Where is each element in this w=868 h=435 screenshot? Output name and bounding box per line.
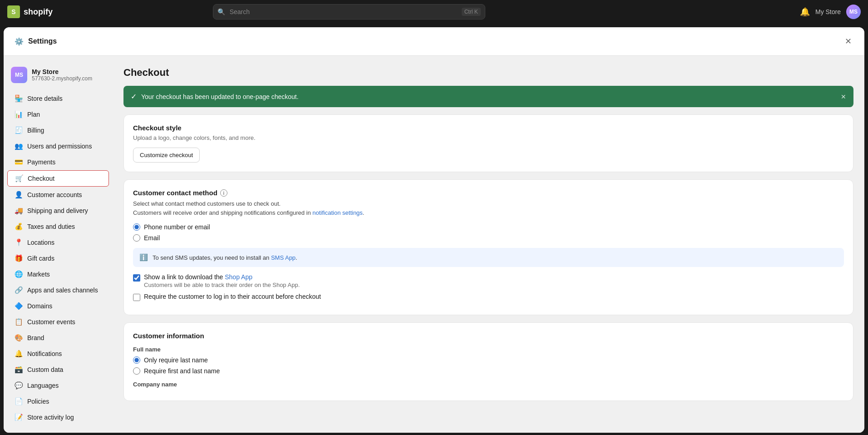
sidebar-item-customer-accounts[interactable]: 👤 Customer accounts xyxy=(7,187,109,203)
settings-title: Settings xyxy=(28,37,57,45)
close-button[interactable]: ✕ xyxy=(843,35,853,48)
sidebar-item-store-activity-log[interactable]: 📝 Store activity log xyxy=(7,410,109,425)
main-content: Checkout ✓ Your checkout has been update… xyxy=(113,56,864,433)
gear-icon: ⚙️ xyxy=(15,37,24,46)
only-last-name-option[interactable]: Only require last name xyxy=(133,356,844,364)
plan-icon: 📊 xyxy=(15,110,23,119)
settings-sidebar: MS My Store 577630-2.myshopify.com 🏪 Sto… xyxy=(4,56,113,433)
email-option[interactable]: Email xyxy=(133,234,844,242)
billing-icon: 🧾 xyxy=(15,126,23,134)
info-box-icon: ℹ️ xyxy=(139,253,148,262)
apps-icon: 🔗 xyxy=(15,286,23,294)
phone-or-email-option[interactable]: Phone number or email xyxy=(133,223,844,231)
sidebar-item-plan[interactable]: 📊 Plan xyxy=(7,107,109,122)
custom-data-icon: 🗃️ xyxy=(15,366,23,374)
sidebar-item-notifications[interactable]: 🔔 Notifications xyxy=(7,346,109,361)
customer-information-card: Customer information Full name Only requ… xyxy=(123,322,853,401)
sidebar-item-policies[interactable]: 📄 Policies xyxy=(7,394,109,409)
full-name-radio-group: Only require last name Require first and… xyxy=(133,356,844,375)
sidebar-item-brand[interactable]: 🎨 Brand xyxy=(7,330,109,346)
sidebar-item-taxes-and-duties[interactable]: 💰 Taxes and duties xyxy=(7,219,109,234)
shopify-wordmark: shopify xyxy=(24,7,53,17)
sidebar-item-payments[interactable]: 💳 Payments xyxy=(7,154,109,170)
customer-accounts-icon: 👤 xyxy=(15,191,23,199)
customer-contact-card: Customer contact method i Select what co… xyxy=(123,179,853,315)
sidebar-item-store-details[interactable]: 🏪 Store details xyxy=(7,91,109,106)
domains-icon: 🔷 xyxy=(15,302,23,310)
top-navigation: S shopify 🔍 Ctrl K 🔔 My Store MS xyxy=(0,0,868,24)
notifications-icon: 🔔 xyxy=(15,350,23,358)
gift-cards-icon: 🎁 xyxy=(15,254,23,262)
check-icon: ✓ xyxy=(131,92,137,101)
checkout-icon: 🛒 xyxy=(15,174,23,183)
info-icon[interactable]: i xyxy=(220,189,227,197)
phone-or-email-radio[interactable] xyxy=(133,223,140,231)
topnav-right: 🔔 My Store MS xyxy=(800,5,861,19)
sidebar-item-gift-cards[interactable]: 🎁 Gift cards xyxy=(7,251,109,266)
store-avatar: MS xyxy=(11,67,27,83)
first-and-last-radio[interactable] xyxy=(133,367,140,375)
sidebar-item-markets[interactable]: 🌐 Markets xyxy=(7,267,109,282)
languages-icon: 💬 xyxy=(15,381,23,390)
shipping-icon: 🚚 xyxy=(15,207,23,215)
users-icon: 👥 xyxy=(15,142,23,150)
store-name-label: My Store xyxy=(815,8,841,15)
payments-icon: 💳 xyxy=(15,158,23,166)
sidebar-item-checkout[interactable]: 🛒 Checkout xyxy=(7,170,109,187)
sidebar-item-shipping-and-delivery[interactable]: 🚚 Shipping and delivery xyxy=(7,203,109,218)
page-title: Checkout xyxy=(123,67,853,79)
full-name-label: Full name xyxy=(133,346,844,353)
shopify-logo[interactable]: S shopify xyxy=(7,5,53,18)
content-area: MS My Store 577630-2.myshopify.com 🏪 Sto… xyxy=(4,56,864,433)
markets-icon: 🌐 xyxy=(15,270,23,278)
user-avatar[interactable]: MS xyxy=(846,5,861,19)
email-radio[interactable] xyxy=(133,234,140,242)
sidebar-item-apps-and-sales-channels[interactable]: 🔗 Apps and sales channels xyxy=(7,282,109,298)
login-required-checkbox-label[interactable]: Require the customer to log in to their … xyxy=(133,293,844,301)
customer-events-icon: 📋 xyxy=(15,318,23,326)
shop-app-checkbox-label[interactable]: Show a link to download the Shop App Cus… xyxy=(133,273,844,288)
success-message: Your checkout has been updated to one-pa… xyxy=(141,93,299,100)
bell-icon[interactable]: 🔔 xyxy=(800,7,810,17)
contact-method-radio-group: Phone number or email Email xyxy=(133,223,844,242)
success-banner: ✓ Your checkout has been updated to one-… xyxy=(123,86,853,107)
search-bar[interactable]: 🔍 Ctrl K xyxy=(213,4,485,20)
sidebar-item-users-and-permissions[interactable]: 👥 Users and permissions xyxy=(7,138,109,154)
sidebar-item-locations[interactable]: 📍 Locations xyxy=(7,235,109,250)
sidebar-item-languages[interactable]: 💬 Languages xyxy=(7,378,109,393)
sms-app-link[interactable]: SMS App xyxy=(271,254,296,261)
store-name-text: My Store xyxy=(32,68,92,75)
sidebar-item-custom-data[interactable]: 🗃️ Custom data xyxy=(7,362,109,377)
taxes-icon: 💰 xyxy=(15,222,23,231)
search-icon: 🔍 xyxy=(217,8,225,15)
store-details-icon: 🏪 xyxy=(15,94,23,103)
banner-close-button[interactable]: ✕ xyxy=(841,93,846,100)
sidebar-item-domains[interactable]: 🔷 Domains xyxy=(7,298,109,314)
checkout-style-card: Checkout style Upload a logo, change col… xyxy=(123,114,853,172)
store-activity-log-icon: 📝 xyxy=(15,413,23,421)
shop-app-link[interactable]: Shop App xyxy=(225,273,252,281)
customer-information-title: Customer information xyxy=(133,332,844,340)
search-shortcut: Ctrl K xyxy=(462,8,481,16)
customer-contact-title: Customer contact method i xyxy=(133,189,844,197)
store-info-text: My Store 577630-2.myshopify.com xyxy=(32,68,92,82)
shop-app-checkbox[interactable] xyxy=(133,274,140,282)
brand-icon: 🎨 xyxy=(15,334,23,342)
checkout-style-title: Checkout style xyxy=(133,124,844,132)
login-required-checkbox[interactable] xyxy=(133,294,140,301)
search-input[interactable] xyxy=(213,4,485,20)
settings-header: ⚙️ Settings ✕ xyxy=(4,27,864,56)
sidebar-item-customer-events[interactable]: 📋 Customer events xyxy=(7,314,109,330)
company-name-label: Company name xyxy=(133,381,844,388)
sidebar-item-billing[interactable]: 🧾 Billing xyxy=(7,123,109,138)
first-and-last-option[interactable]: Require first and last name xyxy=(133,367,844,375)
notification-settings-link[interactable]: notification settings xyxy=(312,209,363,216)
store-info: MS My Store 577630-2.myshopify.com xyxy=(4,63,113,90)
customize-checkout-button[interactable]: Customize checkout xyxy=(133,148,200,163)
customer-contact-description: Select what contact method customers use… xyxy=(133,199,844,217)
locations-icon: 📍 xyxy=(15,238,23,247)
policies-icon: 📄 xyxy=(15,397,23,405)
store-url: 577630-2.myshopify.com xyxy=(32,75,92,82)
only-last-name-radio[interactable] xyxy=(133,356,140,364)
sms-info-box: ℹ️ To send SMS updates, you need to inst… xyxy=(133,248,844,267)
